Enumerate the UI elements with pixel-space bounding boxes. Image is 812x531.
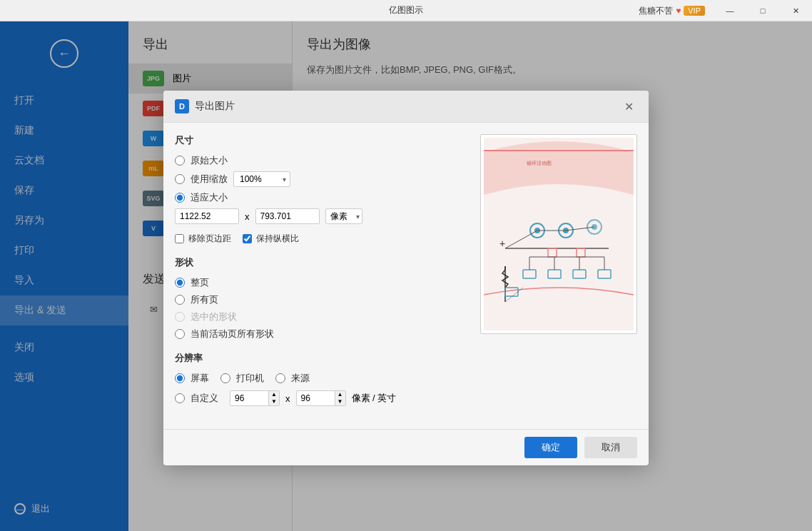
preview-box: + xyxy=(480,134,637,334)
res-y-up-button[interactable]: ▲ xyxy=(335,391,345,398)
remove-margin-label: 移除页边距 xyxy=(188,233,231,245)
app-title: 亿图图示 xyxy=(389,4,423,16)
scale-select-wrapper: 100% xyxy=(233,171,290,187)
remove-margin-row: 移除页边距 xyxy=(175,233,231,245)
res-screen-row: 屏幕 xyxy=(175,372,209,385)
dialog-title: D 导出图片 xyxy=(175,99,235,113)
width-input[interactable] xyxy=(175,208,239,224)
svg-text:+: + xyxy=(499,238,505,249)
cancel-button[interactable]: 取消 xyxy=(584,437,637,458)
res-printer-row: 打印机 xyxy=(220,372,264,385)
vip-badge: VIP xyxy=(684,6,705,16)
window-controls: — □ ✕ xyxy=(714,0,812,21)
resolution-options: 屏幕 打印机 来源 xyxy=(175,372,469,385)
res-x-down-button[interactable]: ▼ xyxy=(268,398,279,405)
res-source-radio[interactable] xyxy=(275,373,285,383)
maximize-button[interactable]: □ xyxy=(746,0,779,21)
vip-username: 焦糖不苦 xyxy=(639,5,673,17)
preview-canvas: + xyxy=(484,138,634,330)
dialog-left-panel: 尺寸 原始大小 使用缩放 100% xyxy=(175,134,469,418)
res-separator: x xyxy=(285,393,290,404)
size-option-scale: 使用缩放 100% xyxy=(175,171,469,187)
close-button[interactable]: ✕ xyxy=(779,0,812,21)
res-source-row: 来源 xyxy=(275,372,310,385)
shape-selected-label: 选中的形状 xyxy=(191,310,237,323)
shape-section: 形状 整页 所有页 选中的形状 xyxy=(175,256,469,340)
shape-option-selected: 选中的形状 xyxy=(175,310,469,323)
size-radio-group: 原始大小 使用缩放 100% xyxy=(175,154,469,204)
size-option-fit: 适应大小 xyxy=(175,191,469,204)
dialog-body: 尺寸 原始大小 使用缩放 100% xyxy=(163,123,649,429)
resolution-section-title: 分辨率 xyxy=(175,352,469,365)
res-screen-radio[interactable] xyxy=(175,373,185,383)
dialog-close-button[interactable]: ✕ xyxy=(620,98,637,115)
resolution-custom-row: 自定义 ▲ ▼ x xyxy=(175,390,469,406)
shape-radio-group: 整页 所有页 选中的形状 当前活动页所有形状 xyxy=(175,276,469,340)
size-separator: x xyxy=(245,211,250,222)
shape-whole-radio[interactable] xyxy=(175,278,185,288)
res-y-down-button[interactable]: ▼ xyxy=(335,398,345,405)
size-section: 尺寸 原始大小 使用缩放 100% xyxy=(175,134,469,245)
size-fit-radio[interactable] xyxy=(175,193,185,203)
shape-option-whole: 整页 xyxy=(175,276,469,289)
dialog-footer: 确定 取消 xyxy=(163,429,649,465)
size-scale-radio[interactable] xyxy=(175,174,185,184)
resolution-section: 分辨率 屏幕 打印机 来源 xyxy=(175,352,469,406)
size-inputs: x 像素 xyxy=(175,208,469,224)
keep-ratio-label: 保持纵横比 xyxy=(256,233,299,245)
shape-selected-radio xyxy=(175,312,185,322)
confirm-button[interactable]: 确定 xyxy=(524,437,577,458)
res-custom-row: 自定义 xyxy=(175,392,218,405)
scale-dropdown: 100% xyxy=(233,171,290,187)
image-options: 移除页边距 保持纵横比 xyxy=(175,228,469,245)
svg-text:循环活动图: 循环活动图 xyxy=(527,161,552,166)
titlebar: 亿图图示 焦糖不苦 ♥ VIP — □ ✕ xyxy=(0,0,812,21)
keep-ratio-row: 保持纵横比 xyxy=(243,233,299,245)
vip-heart-icon: ♥ xyxy=(676,6,681,16)
dialog-overlay: D 导出图片 ✕ 尺寸 原始大小 xyxy=(0,21,812,531)
unit-dropdown-wrapper: 像素 xyxy=(325,208,362,224)
res-printer-radio[interactable] xyxy=(220,373,230,383)
vip-area: 焦糖不苦 ♥ VIP xyxy=(639,0,705,21)
res-x-wrap: ▲ ▼ xyxy=(230,390,280,406)
res-custom-radio[interactable] xyxy=(175,393,185,403)
res-y-spinners: ▲ ▼ xyxy=(335,391,345,405)
res-x-spinners: ▲ ▼ xyxy=(268,391,279,405)
res-custom-label: 自定义 xyxy=(191,392,218,405)
scale-select[interactable]: 100% xyxy=(233,171,290,187)
shape-option-all: 所有页 xyxy=(175,293,469,306)
shape-current-radio[interactable] xyxy=(175,329,185,339)
dialog-header: D 导出图片 ✕ xyxy=(163,91,649,123)
dialog-icon: D xyxy=(175,99,189,113)
size-original-radio[interactable] xyxy=(175,156,185,166)
unit-select[interactable]: 像素 xyxy=(325,208,362,224)
dialog-right-panel: + xyxy=(480,134,637,418)
export-dialog: D 导出图片 ✕ 尺寸 原始大小 xyxy=(163,91,649,462)
height-input[interactable] xyxy=(255,208,320,224)
res-unit-label: 像素 / 英寸 xyxy=(352,392,397,405)
res-x-up-button[interactable]: ▲ xyxy=(268,391,279,398)
remove-margin-checkbox[interactable] xyxy=(175,234,184,243)
keep-ratio-checkbox[interactable] xyxy=(243,234,252,243)
minimize-button[interactable]: — xyxy=(714,0,746,21)
resolution-inputs: ▲ ▼ x ▲ ▼ xyxy=(230,390,396,406)
shape-all-radio[interactable] xyxy=(175,295,185,305)
shape-option-current: 当前活动页所有形状 xyxy=(175,328,469,340)
size-section-title: 尺寸 xyxy=(175,134,469,147)
size-option-original: 原始大小 xyxy=(175,154,469,167)
shape-section-title: 形状 xyxy=(175,256,469,269)
res-y-wrap: ▲ ▼ xyxy=(296,390,346,406)
